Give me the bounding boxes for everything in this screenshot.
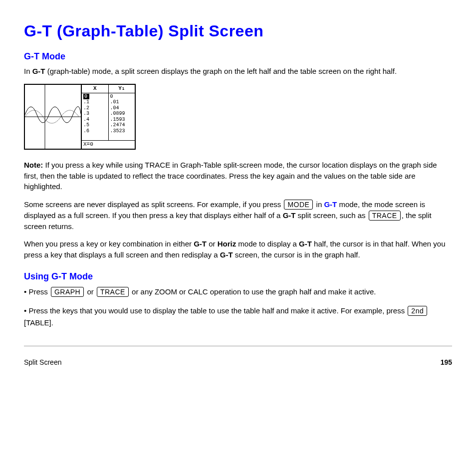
table-cell: .2 xyxy=(83,105,107,111)
text: • Press the keys that you would use to d… xyxy=(24,306,407,315)
calculator-screenshot: X Y₁ 0 .1 .2 .3 .4 .5 .6 0 .01 .04 .0899… xyxy=(24,84,136,150)
mode-key: MODE xyxy=(284,200,313,210)
footer-left: Split Screen xyxy=(24,358,61,366)
second-key: 2nd xyxy=(408,306,427,316)
text: If you press a key while using TRACE in … xyxy=(24,161,437,191)
trace-key: TRACE xyxy=(97,287,129,297)
text: . xyxy=(51,318,53,327)
gt-label: G-T xyxy=(32,67,45,75)
table-cell: .4 xyxy=(83,117,107,123)
gt-label: G-T xyxy=(194,239,207,248)
text: or xyxy=(207,239,218,248)
text: split screen, such as xyxy=(295,211,367,220)
paragraph-2: Some screens are never displayed as spli… xyxy=(24,199,452,232)
table-cell: 0 xyxy=(83,94,89,100)
text: or xyxy=(85,287,96,296)
footer-rule xyxy=(24,346,452,346)
text: mode to display a xyxy=(236,239,299,248)
text: or any ZOOM or CALC operation to use the… xyxy=(130,287,376,296)
text: (graph-table) mode, a split screen displ… xyxy=(45,67,397,75)
list-item: • Press GRAPH or TRACE or any ZOOM or CA… xyxy=(24,286,452,298)
table-header-y: Y₁ xyxy=(109,85,135,93)
text: • Press xyxy=(24,287,50,296)
gt-label: G-T xyxy=(220,250,233,259)
table-cell: 0 xyxy=(110,94,134,100)
gt-link[interactable]: G-T xyxy=(324,200,337,209)
table-pane: X Y₁ 0 .1 .2 .3 .4 .5 .6 0 .01 .04 .0899… xyxy=(82,85,135,149)
page-footer: Split Screen 195 xyxy=(24,358,452,366)
horiz-label: Horiz xyxy=(218,239,237,248)
graph-key: GRAPH xyxy=(51,287,84,297)
intro-paragraph: In G-T (graph-table) mode, a split scree… xyxy=(24,66,452,77)
table-cell: .6 xyxy=(83,128,107,134)
subtitle-using-gt: Using G-T Mode xyxy=(24,271,452,282)
gt-label: G-T xyxy=(299,239,312,248)
table-cell: .04 xyxy=(110,105,134,111)
table-cell: .5 xyxy=(83,122,107,128)
table-cell: .1 xyxy=(83,99,107,105)
list-item: • Press the keys that you would use to d… xyxy=(24,305,452,329)
list-text: • Press GRAPH or TRACE or any ZOOM or CA… xyxy=(24,286,376,298)
note-label: Note: xyxy=(24,161,43,169)
footer-page-number: 195 xyxy=(441,358,452,366)
trace-key: TRACE xyxy=(369,211,401,221)
table-cell: .3 xyxy=(83,111,107,117)
gt-label: G-T xyxy=(283,211,296,220)
table-cell: .01 xyxy=(110,99,134,105)
table-cell: .0899 xyxy=(110,111,134,117)
table-cell: .1593 xyxy=(110,117,134,123)
table-col-y: 0 .01 .04 .0899 .1593 .2474 .3523 xyxy=(109,93,135,140)
page-title: G-T (Graph-Table) Split Screen xyxy=(24,22,452,40)
table-body: 0 .1 .2 .3 .4 .5 .6 0 .01 .04 .0899 .159… xyxy=(82,93,135,140)
text: Some screens are never displayed as spli… xyxy=(24,200,283,209)
text: In xyxy=(24,67,32,75)
table-cell: .3523 xyxy=(110,128,134,134)
text: screen, the cursor is in the graph half. xyxy=(233,250,360,259)
graph-plot xyxy=(25,85,81,149)
table-cell: .2474 xyxy=(110,122,134,128)
table-header: X Y₁ xyxy=(82,85,135,93)
note-paragraph: Note: If you press a key while using TRA… xyxy=(24,160,452,192)
table-footer: X=0 xyxy=(82,140,135,149)
subtitle-gt-mode: G-T Mode xyxy=(24,51,452,62)
usage-list: • Press GRAPH or TRACE or any ZOOM or CA… xyxy=(24,286,452,329)
graph-pane xyxy=(25,85,82,149)
text: When you press a key or key combination … xyxy=(24,239,194,248)
paragraph-3: When you press a key or key combination … xyxy=(24,238,452,260)
table-col-x: 0 .1 .2 .3 .4 .5 .6 xyxy=(82,93,109,140)
table-header-x: X xyxy=(82,85,109,93)
text: in xyxy=(314,200,324,209)
list-text: • Press the keys that you would use to d… xyxy=(24,305,452,329)
table-key-label: TABLE xyxy=(26,318,49,327)
